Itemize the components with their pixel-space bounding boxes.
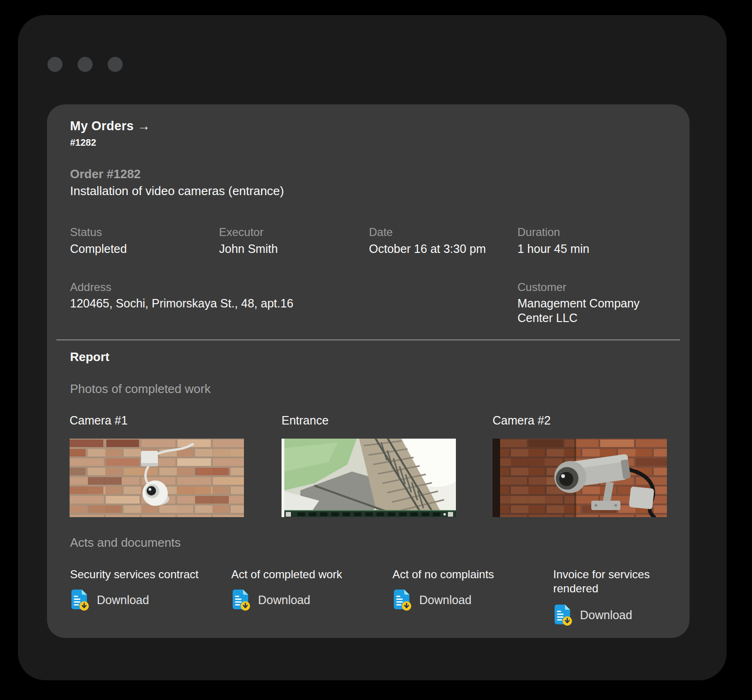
status-label: Status bbox=[70, 226, 102, 239]
stairwell-photo-graphic bbox=[282, 439, 456, 517]
breadcrumb[interactable]: My Orders→ bbox=[70, 119, 150, 134]
executor-label: Executor bbox=[219, 226, 264, 239]
doc-title-act-no-complaints: Act of no complaints bbox=[392, 567, 533, 582]
executor-value: John Smith bbox=[219, 242, 278, 256]
browser-window: My Orders→ #1282 Order #1282 Installatio… bbox=[18, 15, 727, 680]
date-value: October 16 at 3:30 pm bbox=[369, 242, 486, 256]
documents-heading: Acts and documents bbox=[70, 535, 181, 550]
order-card: My Orders→ #1282 Order #1282 Installatio… bbox=[47, 104, 689, 638]
customer-label: Customer bbox=[517, 281, 566, 294]
download-link-security-contract[interactable]: Download bbox=[70, 589, 149, 611]
customer-value: Management Company Center LLC bbox=[517, 296, 649, 325]
download-label: Download bbox=[580, 608, 632, 622]
download-link-act-no-complaints[interactable]: Download bbox=[392, 589, 471, 611]
photo-camera-2[interactable] bbox=[493, 439, 667, 517]
window-control-dot[interactable] bbox=[108, 57, 123, 72]
photo-entrance[interactable] bbox=[282, 439, 456, 517]
download-label: Download bbox=[97, 593, 149, 607]
doc-title-invoice: Invoice for services rendered bbox=[553, 567, 654, 596]
window-control-dot[interactable] bbox=[78, 57, 93, 72]
address-value: 120465, Sochi, Primorskaya St., 48, apt.… bbox=[70, 296, 293, 311]
document-download-icon bbox=[231, 589, 251, 611]
download-label: Download bbox=[419, 593, 471, 607]
photo-label-camera-1: Camera #1 bbox=[70, 414, 128, 427]
document-download-icon bbox=[553, 604, 573, 626]
status-value: Completed bbox=[70, 242, 127, 256]
dome-camera-photo-graphic bbox=[70, 439, 244, 517]
photo-label-entrance: Entrance bbox=[282, 414, 329, 427]
divider bbox=[56, 339, 680, 340]
doc-title-act-completed: Act of completed work bbox=[231, 567, 372, 582]
duration-label: Duration bbox=[517, 226, 560, 239]
photos-heading: Photos of completed work bbox=[70, 382, 211, 396]
date-label: Date bbox=[369, 226, 393, 239]
photo-label-camera-2: Camera #2 bbox=[493, 414, 551, 427]
address-label: Address bbox=[70, 281, 111, 294]
arrow-right-icon: → bbox=[137, 119, 150, 133]
order-subtitle: Installation of video cameras (entrance) bbox=[70, 184, 284, 198]
bullet-camera-photo-graphic bbox=[493, 439, 667, 517]
download-link-act-completed[interactable]: Download bbox=[231, 589, 310, 611]
photo-camera-1[interactable] bbox=[70, 439, 244, 517]
doc-title-security-contract: Security services contract bbox=[70, 567, 211, 582]
report-title: Report bbox=[70, 350, 110, 364]
breadcrumb-title: My Orders bbox=[70, 119, 133, 133]
breadcrumb-order-ref: #1282 bbox=[70, 137, 96, 148]
order-heading: Order #1282 bbox=[70, 167, 141, 181]
download-link-invoice[interactable]: Download bbox=[553, 604, 632, 626]
window-controls bbox=[47, 57, 123, 72]
document-download-icon bbox=[70, 589, 90, 611]
document-download-icon bbox=[392, 589, 412, 611]
download-label: Download bbox=[258, 593, 310, 607]
window-control-dot[interactable] bbox=[47, 57, 63, 72]
duration-value: 1 hour 45 min bbox=[517, 242, 589, 256]
